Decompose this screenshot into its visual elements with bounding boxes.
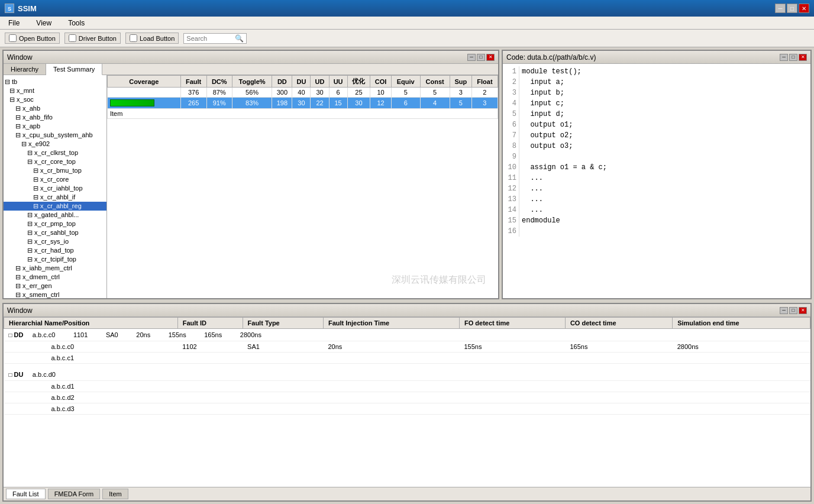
tree-item-tb[interactable]: ⊟ tb bbox=[4, 77, 106, 86]
tab-test-summary[interactable]: Test Summary bbox=[46, 64, 102, 75]
du-row-3[interactable]: a.b.c.d3 bbox=[4, 403, 810, 414]
tab-fmeda-form[interactable]: FMEDA Form bbox=[48, 489, 101, 499]
dd-sim-3 bbox=[673, 353, 810, 364]
tree-item-xclkrst[interactable]: ⊟ x_cr_clkrst_top bbox=[4, 148, 106, 157]
coverage-bar bbox=[110, 99, 163, 107]
tree-item-xmnt[interactable]: ⊟ x_mnt bbox=[4, 86, 106, 95]
bottom-restore-btn[interactable]: □ bbox=[789, 307, 797, 314]
tree-item-xdmem[interactable]: ⊟ x_dmem_ctrl bbox=[4, 273, 106, 282]
left-panel-controls: ─ □ ✕ bbox=[467, 54, 495, 61]
du-name-1: a.b.c.d1 bbox=[4, 380, 178, 392]
dd-sim-2: 2800ns bbox=[673, 341, 810, 353]
du-expand-icon[interactable]: □ bbox=[9, 371, 12, 378]
tree-item-xahb-fifo[interactable]: ⊟ x_ahb_fifo bbox=[4, 113, 106, 122]
code-line-2: 2 input a; bbox=[505, 77, 808, 88]
bottom-section: Window ─ □ ✕ Hierarchial Name/Position F… bbox=[2, 303, 812, 502]
open-button[interactable]: Open Button bbox=[5, 33, 60, 44]
col-fault-type: Fault Type bbox=[243, 318, 323, 329]
bottom-panel-title: Window bbox=[7, 306, 33, 315]
code-minimize-btn[interactable]: ─ bbox=[780, 54, 788, 61]
code-line-15: 15 endmodule bbox=[505, 215, 808, 226]
bottom-minimize-btn[interactable]: ─ bbox=[780, 307, 788, 314]
tree-item-xerr[interactable]: ⊟ x_err_gen bbox=[4, 282, 106, 290]
du-name-3: a.b.c.d3 bbox=[4, 403, 178, 414]
summary-equiv: 5 bbox=[391, 88, 420, 98]
tree-item-xcore-top[interactable]: ⊟ x_cr_core_top bbox=[4, 157, 106, 166]
tree-item-xtcipif[interactable]: ⊟ x_cr_tcipif_top bbox=[4, 255, 106, 264]
menu-bar: File View Tools bbox=[0, 17, 814, 30]
tree-item-xgated[interactable]: ⊟ x_gated_ahbl... bbox=[4, 211, 106, 219]
hierarchy-panel: ⊟ tb ⊟ x_mnt ⊟ x_soc ⊟ x_ahb ⊟ x_ahb_fif… bbox=[4, 75, 107, 298]
menu-view[interactable]: View bbox=[33, 18, 55, 28]
tree-item-xsmem[interactable]: ⊟ x_smem_ctrl bbox=[4, 290, 106, 298]
search-input[interactable] bbox=[186, 35, 234, 42]
left-restore-btn[interactable]: □ bbox=[477, 54, 485, 61]
tree-item-xe902[interactable]: ⊟ x_e902 bbox=[4, 140, 106, 148]
menu-file[interactable]: File bbox=[5, 18, 23, 28]
tree-item-xsoc[interactable]: ⊟ x_soc bbox=[4, 95, 106, 104]
selected-const: 4 bbox=[420, 98, 450, 109]
load-checkbox[interactable] bbox=[130, 34, 137, 42]
tree-item-xcpu[interactable]: ⊟ x_cpu_sub_system_ahb bbox=[4, 131, 106, 140]
open-label: Open Button bbox=[19, 35, 56, 42]
tree-item-xsahbl[interactable]: ⊟ x_cr_sahbl_top bbox=[4, 228, 106, 237]
load-button[interactable]: Load Button bbox=[125, 33, 179, 44]
left-close-btn[interactable]: ✕ bbox=[486, 54, 495, 61]
selected-dd: 198 bbox=[272, 98, 292, 109]
tab-hierarchy[interactable]: Hierarchy bbox=[4, 64, 46, 75]
tab-item[interactable]: Item bbox=[102, 489, 128, 499]
tab-fault-list[interactable]: Fault List bbox=[6, 489, 46, 499]
tree-item-xhad[interactable]: ⊟ x_cr_had_top bbox=[4, 246, 106, 255]
summary-dc: 87% bbox=[206, 88, 232, 98]
col-sup: Sup bbox=[450, 76, 471, 88]
du-row-2[interactable]: a.b.c.d2 bbox=[4, 392, 810, 403]
driver-checkbox[interactable] bbox=[69, 34, 76, 42]
col-name: Hierarchial Name/Position bbox=[4, 318, 178, 329]
code-close-btn[interactable]: ✕ bbox=[799, 54, 807, 61]
left-minimize-btn[interactable]: ─ bbox=[467, 54, 476, 61]
fault-table: Hierarchial Name/Position Fault ID Fault… bbox=[4, 317, 810, 415]
code-line-14: 14 ... bbox=[505, 205, 808, 215]
tree-item-xbmu[interactable]: ⊟ x_cr_bmu_top bbox=[4, 166, 106, 175]
dd-fo-1: 155ns bbox=[169, 331, 186, 338]
item-label: Item bbox=[108, 109, 498, 119]
search-icon[interactable]: 🔍 bbox=[235, 34, 244, 43]
code-line-3: 3 input b; bbox=[505, 88, 808, 98]
dd-row-3[interactable]: a.b.c.c1 bbox=[4, 353, 810, 364]
tree-item-xahbl-reg[interactable]: ⊟ x_cr_ahbl_reg bbox=[4, 202, 106, 211]
tree-item-xsysio[interactable]: ⊟ x_cr_sys_io bbox=[4, 237, 106, 246]
code-line-11: 11 ... bbox=[505, 173, 808, 183]
close-button[interactable]: ✕ bbox=[799, 4, 809, 13]
dd-row-2[interactable]: a.b.c.c0 1102 SA1 20ns 155ns 165ns 2800n… bbox=[4, 341, 810, 353]
tree-item-xpmp[interactable]: ⊟ x_cr_pmp_top bbox=[4, 219, 106, 228]
tree-item-xiahbl[interactable]: ⊟ x_cr_iahbl_top bbox=[4, 184, 106, 193]
data-panel: Coverage Fault DC% Toggle% DD DU UD UU 优… bbox=[107, 75, 498, 298]
open-checkbox[interactable] bbox=[9, 34, 17, 42]
dd-fo-2: 155ns bbox=[459, 341, 565, 353]
title-controls: ─ □ ✕ bbox=[775, 4, 809, 13]
summary-const: 5 bbox=[420, 88, 450, 98]
restore-button[interactable]: □ bbox=[787, 4, 797, 13]
menu-tools[interactable]: Tools bbox=[64, 18, 88, 28]
selected-uu: 15 bbox=[329, 98, 347, 109]
selected-row[interactable]: 265 91% 83% 198 30 22 15 30 12 6 4 bbox=[108, 98, 498, 109]
driver-button[interactable]: Driver Button bbox=[64, 33, 121, 44]
minimize-button[interactable]: ─ bbox=[775, 4, 786, 13]
selected-dc: 91% bbox=[206, 98, 232, 109]
code-panel-title: Code: duta.b.c(/path/a/b/c.v) bbox=[506, 53, 596, 62]
tree-item-xahbl-if[interactable]: ⊟ x_cr_ahbl_if bbox=[4, 193, 106, 202]
watermark: 深圳云讯传媒有限公司 bbox=[392, 274, 486, 286]
tree-item-xcore[interactable]: ⊟ x_cr_core bbox=[4, 175, 106, 184]
code-restore-btn[interactable]: □ bbox=[789, 54, 797, 61]
tree-item-xapb[interactable]: ⊟ x_apb bbox=[4, 122, 106, 131]
dd-inject-1: 20ns bbox=[136, 331, 150, 338]
left-panel-title: Window bbox=[7, 53, 33, 62]
tree-item-xiahb-mem[interactable]: ⊟ x_iahb_mem_ctrl bbox=[4, 264, 106, 273]
app-title-area: S SSIM bbox=[5, 4, 37, 13]
summary-sup: 3 bbox=[450, 88, 471, 98]
du-row-1[interactable]: a.b.c.d1 bbox=[4, 380, 810, 392]
bottom-close-btn[interactable]: ✕ bbox=[799, 307, 807, 314]
tree-item-xahb[interactable]: ⊟ x_ahb bbox=[4, 104, 106, 113]
dd-expand-icon[interactable]: □ bbox=[9, 332, 12, 338]
summary-opt: 25 bbox=[347, 88, 370, 98]
